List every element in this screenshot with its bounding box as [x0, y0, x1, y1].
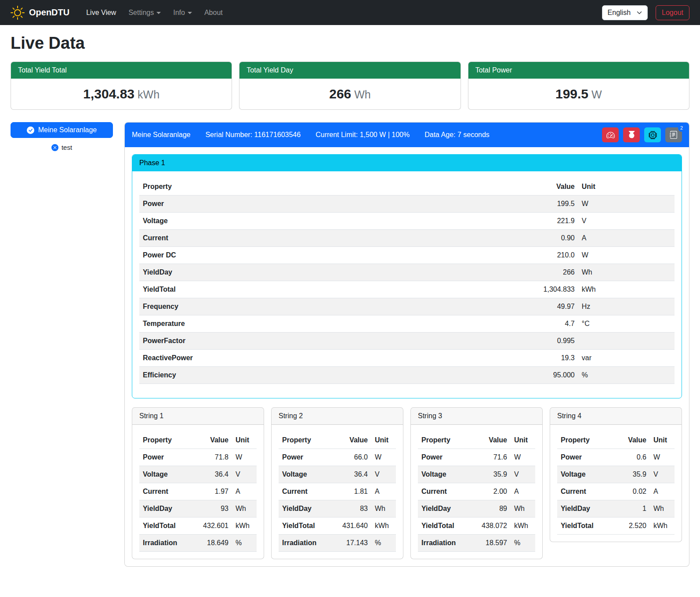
value-cell: 93: [195, 500, 232, 517]
property-cell: YieldTotal: [139, 517, 195, 535]
nav-links: Live View Settings Info About: [81, 5, 598, 20]
table-row: Voltage36.4V: [279, 466, 396, 483]
power-button[interactable]: [623, 127, 640, 142]
column-header: Value: [487, 178, 578, 195]
property-cell: YieldTotal: [418, 517, 473, 535]
unit-cell: kWh: [578, 281, 675, 298]
brand[interactable]: OpenDTU: [11, 6, 69, 20]
unit-cell: A: [511, 483, 535, 500]
table-row: Power66.0W: [279, 449, 396, 466]
value-cell: 1.97: [195, 483, 232, 500]
total-yield-day-card: Total Yield Day 266Wh: [239, 62, 461, 110]
value-cell: 19.3: [487, 350, 578, 367]
limit-settings-button[interactable]: [602, 127, 619, 142]
value-cell: 18.597: [473, 535, 511, 552]
string-title: String 1: [132, 408, 264, 425]
table-row: PowerFactor0.995: [139, 333, 675, 350]
table-row: YieldTotal438.072kWh: [418, 517, 535, 535]
device-info-button[interactable]: [644, 127, 661, 142]
property-cell: Power: [557, 449, 613, 466]
property-cell: Temperature: [139, 315, 487, 333]
property-cell: Irradiation: [139, 535, 195, 552]
value-cell: 17.143: [334, 535, 371, 552]
total-yield-total-value: 1,304.83: [83, 87, 134, 101]
table-row: Voltage36.4V: [139, 466, 257, 483]
total-power-unit: W: [591, 88, 602, 101]
property-cell: Power: [139, 195, 487, 213]
value-cell: 438.072: [473, 517, 511, 535]
property-cell: Voltage: [418, 466, 473, 483]
value-cell: 83: [334, 500, 371, 517]
unit-cell: kWh: [371, 517, 396, 535]
unit-cell: %: [578, 367, 675, 384]
phase-card: Phase 1 PropertyValueUnitPower199.5WVolt…: [132, 154, 682, 398]
chevron-down-icon: [637, 10, 642, 15]
unit-cell: Wh: [511, 500, 535, 517]
table-row: Power71.8W: [139, 449, 257, 466]
unit-cell: Hz: [578, 298, 675, 315]
unit-cell: %: [232, 535, 257, 552]
phase-card-body: PropertyValueUnitPower199.5WVoltage221.9…: [132, 171, 682, 398]
journal-icon: [670, 131, 678, 139]
total-yield-day-unit: Wh: [354, 88, 371, 101]
unit-cell: Wh: [650, 500, 675, 517]
column-header: Property: [557, 432, 613, 449]
column-header: Value: [195, 432, 232, 449]
property-cell: Voltage: [139, 466, 195, 483]
table-row: YieldTotal1,304.833kWh: [139, 281, 675, 298]
nav-item-info[interactable]: Info: [168, 5, 197, 20]
column-header: Property: [139, 432, 195, 449]
unit-cell: W: [511, 449, 535, 466]
property-cell: YieldTotal: [557, 517, 613, 535]
card-body: 266Wh: [239, 79, 460, 109]
value-cell: 35.9: [473, 466, 511, 483]
table-header-row: PropertyValueUnit: [557, 432, 675, 449]
column-header: Property: [279, 432, 334, 449]
property-cell: YieldDay: [418, 500, 473, 517]
value-cell: 432.601: [195, 517, 232, 535]
unit-cell: %: [511, 535, 535, 552]
total-yield-day-value: 266: [329, 87, 351, 101]
property-cell: Efficiency: [139, 367, 487, 384]
table-row: Current0.90A: [139, 230, 675, 247]
page-content: Live Data Total Yield Total 1,304.83kWh …: [0, 25, 700, 577]
nav-item-live-view[interactable]: Live View: [81, 5, 121, 20]
unit-cell: V: [232, 466, 257, 483]
value-cell: 1,304.833: [487, 281, 578, 298]
chevron-down-icon: [156, 12, 161, 14]
string-1-card: String 1 PropertyValueUnitPower71.8WVolt…: [132, 407, 264, 559]
card-body: 199.5W: [468, 79, 689, 109]
inverter-button-meine-solaranlage[interactable]: Meine Solaranlage: [11, 122, 113, 138]
property-cell: YieldDay: [139, 264, 487, 281]
property-cell: Power: [418, 449, 473, 466]
card-title: Total Power: [468, 62, 689, 79]
inverter-button-test[interactable]: test: [11, 144, 113, 151]
language-select[interactable]: English: [602, 5, 648, 20]
table-row: YieldTotal432.601kWh: [139, 517, 257, 535]
check-circle-icon: [27, 127, 34, 134]
nav-item-about[interactable]: About: [199, 5, 228, 20]
value-cell: 49.97: [487, 298, 578, 315]
event-count-badge: 2: [678, 124, 685, 132]
unit-cell: W: [578, 195, 675, 213]
inverter-data-age: Data Age: 7 seconds: [424, 131, 490, 139]
nav-item-settings[interactable]: Settings: [123, 5, 166, 20]
value-cell: 89: [473, 500, 511, 517]
property-cell: Current: [139, 483, 195, 500]
logout-button[interactable]: Logout: [656, 5, 689, 20]
property-cell: YieldTotal: [279, 517, 334, 535]
inverter-serial: Serial Number: 116171603546: [205, 131, 301, 139]
unit-cell: kWh: [650, 517, 675, 535]
column-header: Property: [418, 432, 473, 449]
main-row: Meine Solaranlage test Meine Solaranlage…: [11, 122, 689, 567]
table-row: YieldDay1Wh: [557, 500, 675, 517]
table-row: Voltage35.9V: [557, 466, 675, 483]
value-cell: 95.000: [487, 367, 578, 384]
string-2-table: PropertyValueUnitPower66.0WVoltage36.4VC…: [279, 432, 396, 552]
inverter-sidebar: Meine Solaranlage test: [11, 122, 113, 151]
event-log-button[interactable]: 2: [665, 127, 682, 142]
cpu-icon: [649, 131, 657, 139]
value-cell: 0.02: [613, 483, 650, 500]
table-row: Current1.97A: [139, 483, 257, 500]
value-cell: 2.520: [613, 517, 650, 535]
